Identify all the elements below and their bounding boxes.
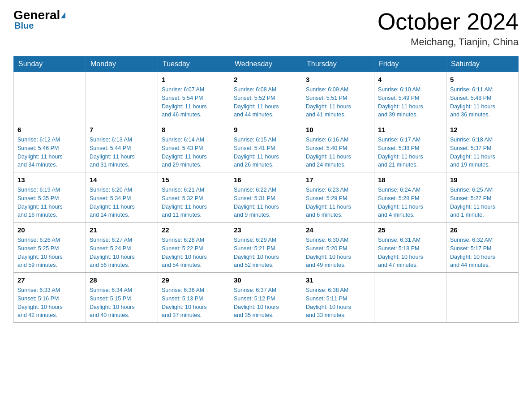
table-row: 25Sunrise: 6:31 AM Sunset: 5:18 PM Dayli…	[374, 223, 446, 273]
calendar-week-row: 1Sunrise: 6:07 AM Sunset: 5:54 PM Daylig…	[14, 72, 519, 122]
table-row: 11Sunrise: 6:17 AM Sunset: 5:38 PM Dayli…	[374, 122, 446, 172]
day-number: 8	[162, 125, 226, 134]
table-row: 26Sunrise: 6:32 AM Sunset: 5:17 PM Dayli…	[446, 223, 519, 273]
col-sunday: Sunday	[14, 56, 86, 72]
table-row: 2Sunrise: 6:08 AM Sunset: 5:52 PM Daylig…	[230, 72, 302, 122]
header: General Blue October 2024 Meichang, Tian…	[13, 9, 519, 48]
table-row: 6Sunrise: 6:12 AM Sunset: 5:46 PM Daylig…	[14, 122, 86, 172]
day-info: Sunrise: 6:07 AM Sunset: 5:54 PM Dayligh…	[162, 86, 226, 119]
day-info: Sunrise: 6:29 AM Sunset: 5:21 PM Dayligh…	[234, 236, 298, 270]
day-info: Sunrise: 6:19 AM Sunset: 5:35 PM Dayligh…	[17, 186, 82, 219]
day-info: Sunrise: 6:11 AM Sunset: 5:48 PM Dayligh…	[450, 86, 515, 119]
day-number: 18	[378, 175, 442, 184]
table-row: 28Sunrise: 6:34 AM Sunset: 5:15 PM Dayli…	[86, 273, 158, 323]
table-row: 19Sunrise: 6:25 AM Sunset: 5:27 PM Dayli…	[446, 172, 519, 223]
day-number: 10	[306, 125, 370, 134]
day-number: 17	[306, 175, 370, 184]
table-row: 4Sunrise: 6:10 AM Sunset: 5:49 PM Daylig…	[374, 72, 446, 122]
table-row: 1Sunrise: 6:07 AM Sunset: 5:54 PM Daylig…	[158, 72, 230, 122]
table-row: 15Sunrise: 6:21 AM Sunset: 5:32 PM Dayli…	[158, 172, 230, 223]
day-info: Sunrise: 6:38 AM Sunset: 5:11 PM Dayligh…	[306, 286, 370, 320]
table-row: 29Sunrise: 6:36 AM Sunset: 5:13 PM Dayli…	[158, 273, 230, 323]
day-number: 24	[306, 225, 370, 235]
table-row: 14Sunrise: 6:20 AM Sunset: 5:34 PM Dayli…	[86, 172, 158, 223]
day-info: Sunrise: 6:18 AM Sunset: 5:37 PM Dayligh…	[450, 136, 515, 169]
calendar-week-row: 6Sunrise: 6:12 AM Sunset: 5:46 PM Daylig…	[14, 122, 519, 172]
day-info: Sunrise: 6:25 AM Sunset: 5:27 PM Dayligh…	[450, 186, 515, 219]
day-number: 28	[90, 275, 154, 285]
day-number: 6	[17, 125, 82, 134]
table-row: 16Sunrise: 6:22 AM Sunset: 5:31 PM Dayli…	[230, 172, 302, 223]
col-wednesday: Wednesday	[230, 56, 302, 72]
day-info: Sunrise: 6:26 AM Sunset: 5:25 PM Dayligh…	[17, 236, 82, 270]
day-number: 27	[17, 275, 82, 285]
page-title: October 2024	[378, 9, 519, 34]
day-info: Sunrise: 6:33 AM Sunset: 5:16 PM Dayligh…	[17, 286, 82, 320]
table-row	[86, 72, 158, 122]
day-number: 3	[306, 75, 370, 84]
day-number: 15	[162, 175, 226, 184]
col-monday: Monday	[86, 56, 158, 72]
day-info: Sunrise: 6:08 AM Sunset: 5:52 PM Dayligh…	[234, 86, 298, 119]
day-info: Sunrise: 6:34 AM Sunset: 5:15 PM Dayligh…	[90, 286, 154, 320]
day-info: Sunrise: 6:12 AM Sunset: 5:46 PM Dayligh…	[17, 136, 82, 169]
col-friday: Friday	[374, 56, 446, 72]
day-info: Sunrise: 6:37 AM Sunset: 5:12 PM Dayligh…	[234, 286, 298, 320]
day-number: 20	[17, 225, 82, 235]
col-thursday: Thursday	[302, 56, 374, 72]
day-number: 7	[90, 125, 154, 134]
day-info: Sunrise: 6:32 AM Sunset: 5:17 PM Dayligh…	[450, 236, 515, 270]
logo: General Blue	[13, 9, 65, 31]
day-number: 4	[378, 75, 442, 84]
day-info: Sunrise: 6:16 AM Sunset: 5:40 PM Dayligh…	[306, 136, 370, 169]
day-number: 25	[378, 225, 442, 235]
table-row: 21Sunrise: 6:27 AM Sunset: 5:24 PM Dayli…	[86, 223, 158, 273]
table-row: 7Sunrise: 6:13 AM Sunset: 5:44 PM Daylig…	[86, 122, 158, 172]
day-info: Sunrise: 6:28 AM Sunset: 5:22 PM Dayligh…	[162, 236, 226, 270]
day-info: Sunrise: 6:22 AM Sunset: 5:31 PM Dayligh…	[234, 186, 298, 219]
day-info: Sunrise: 6:10 AM Sunset: 5:49 PM Dayligh…	[378, 86, 442, 119]
day-info: Sunrise: 6:14 AM Sunset: 5:43 PM Dayligh…	[162, 136, 226, 169]
calendar-week-row: 27Sunrise: 6:33 AM Sunset: 5:16 PM Dayli…	[14, 273, 519, 323]
logo-general-text: General	[13, 9, 60, 21]
day-info: Sunrise: 6:17 AM Sunset: 5:38 PM Dayligh…	[378, 136, 442, 169]
day-number: 12	[450, 125, 515, 134]
col-saturday: Saturday	[446, 56, 519, 72]
table-row	[374, 273, 446, 323]
day-number: 23	[234, 225, 298, 235]
col-tuesday: Tuesday	[158, 56, 230, 72]
day-number: 31	[306, 275, 370, 285]
page-subtitle: Meichang, Tianjin, China	[378, 36, 519, 48]
table-row: 13Sunrise: 6:19 AM Sunset: 5:35 PM Dayli…	[14, 172, 86, 223]
title-area: October 2024 Meichang, Tianjin, China	[378, 9, 519, 48]
day-info: Sunrise: 6:23 AM Sunset: 5:29 PM Dayligh…	[306, 186, 370, 219]
table-row: 3Sunrise: 6:09 AM Sunset: 5:51 PM Daylig…	[302, 72, 374, 122]
day-number: 29	[162, 275, 226, 285]
day-number: 21	[90, 225, 154, 235]
calendar-table: Sunday Monday Tuesday Wednesday Thursday…	[13, 56, 519, 323]
calendar-week-row: 20Sunrise: 6:26 AM Sunset: 5:25 PM Dayli…	[14, 223, 519, 273]
calendar-header-row: Sunday Monday Tuesday Wednesday Thursday…	[14, 56, 519, 72]
table-row: 23Sunrise: 6:29 AM Sunset: 5:21 PM Dayli…	[230, 223, 302, 273]
table-row: 30Sunrise: 6:37 AM Sunset: 5:12 PM Dayli…	[230, 273, 302, 323]
calendar-week-row: 13Sunrise: 6:19 AM Sunset: 5:35 PM Dayli…	[14, 172, 519, 223]
table-row: 31Sunrise: 6:38 AM Sunset: 5:11 PM Dayli…	[302, 273, 374, 323]
day-info: Sunrise: 6:36 AM Sunset: 5:13 PM Dayligh…	[162, 286, 226, 320]
day-info: Sunrise: 6:21 AM Sunset: 5:32 PM Dayligh…	[162, 186, 226, 219]
day-number: 11	[378, 125, 442, 134]
logo-triangle-icon	[61, 12, 65, 18]
table-row: 27Sunrise: 6:33 AM Sunset: 5:16 PM Dayli…	[14, 273, 86, 323]
day-number: 22	[162, 225, 226, 235]
day-number: 1	[162, 75, 226, 84]
day-info: Sunrise: 6:15 AM Sunset: 5:41 PM Dayligh…	[234, 136, 298, 169]
day-number: 26	[450, 225, 515, 235]
day-info: Sunrise: 6:13 AM Sunset: 5:44 PM Dayligh…	[90, 136, 154, 169]
logo-blue-text: Blue	[13, 21, 34, 31]
table-row	[446, 273, 519, 323]
table-row: 24Sunrise: 6:30 AM Sunset: 5:20 PM Dayli…	[302, 223, 374, 273]
day-number: 19	[450, 175, 515, 184]
day-info: Sunrise: 6:30 AM Sunset: 5:20 PM Dayligh…	[306, 236, 370, 270]
table-row: 10Sunrise: 6:16 AM Sunset: 5:40 PM Dayli…	[302, 122, 374, 172]
day-number: 30	[234, 275, 298, 285]
table-row: 12Sunrise: 6:18 AM Sunset: 5:37 PM Dayli…	[446, 122, 519, 172]
